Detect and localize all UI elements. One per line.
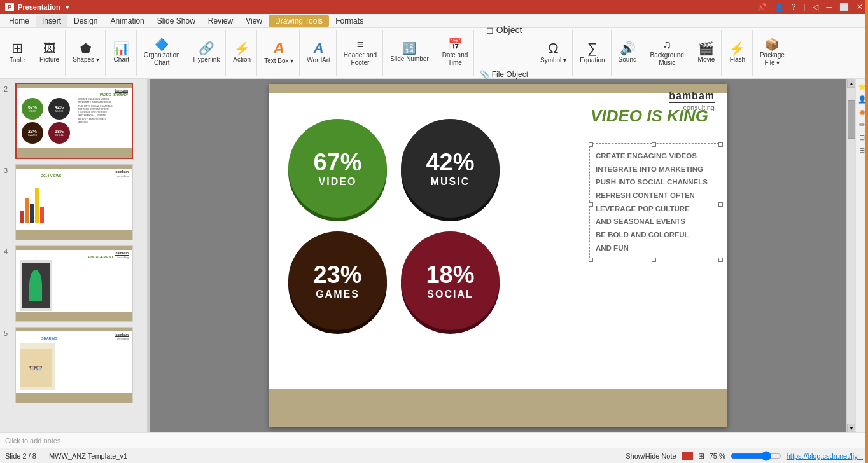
title-bar-left: P Presentation ▼ (5, 3, 71, 11)
header-footer-label: Header andFooter (344, 52, 377, 67)
restore-button[interactable]: ⬜ (839, 3, 849, 11)
shapes-icon: ⬟ (80, 42, 91, 55)
slide-thumbnail-5[interactable]: 5 bambam consulting SHARING 👓 (3, 326, 144, 404)
menu-formats[interactable]: Formats (329, 15, 370, 27)
shapes-button[interactable]: ⬟ Shapes ▾ (69, 31, 103, 74)
show-hide-note[interactable]: Show/Hide Note (626, 452, 676, 460)
flash-label: Flash (730, 56, 745, 64)
scroll-thumb[interactable] (848, 100, 855, 139)
toolbar-group-movie: 🎬 Movie (692, 30, 722, 76)
thumb-content-5: bambam consulting SHARING 👓 (16, 328, 132, 403)
vertical-scrollbar[interactable]: ▲ ▼ (846, 79, 855, 432)
table-label: Table (10, 57, 25, 64)
text-box-button[interactable]: A Text Box ▾ (260, 31, 297, 74)
chart-icon: 📊 (113, 42, 129, 55)
minimize-button[interactable]: ─ (826, 3, 832, 11)
thumb-content-3: bambam consulting 2014 VIEWS (16, 165, 132, 240)
toolbar-group-picture: 🖼 Picture (34, 30, 66, 76)
circle-social-label: SOCIAL (427, 289, 473, 300)
url-link[interactable]: https://blog.csdn.net/ljy... (787, 452, 863, 460)
menu-bar: Home Insert Design Animation Slide Show … (0, 14, 868, 28)
scroll-track[interactable] (847, 88, 855, 424)
menu-insert[interactable]: Insert (36, 15, 67, 27)
sound-button[interactable]: 🔊 Sound (615, 31, 641, 74)
scroll-up-button[interactable]: ▲ (847, 79, 856, 88)
flash-button[interactable]: ⚡ Flash (725, 31, 750, 74)
handle-mr (718, 202, 723, 207)
action-icon: ⚡ (234, 42, 250, 55)
menu-slideshow[interactable]: Slide Show (151, 15, 202, 27)
menu-home[interactable]: Home (3, 15, 36, 27)
workspace: 2 bambam consulting VIDEO IS KING 67% (0, 79, 868, 432)
title-dropdown[interactable]: ▼ (64, 4, 71, 11)
menu-view[interactable]: View (239, 15, 269, 27)
slide-info: Slide 2 / 8 (5, 452, 36, 460)
circle-games: 23% GAMES (288, 232, 387, 330)
status-bar: Slide 2 / 8 MWW_ANZ Template_v1 Show/Hid… (0, 448, 868, 463)
wordart-button[interactable]: A WordArt (303, 31, 334, 74)
symbol-button[interactable]: Ω Symbol ▾ (536, 31, 570, 74)
org-chart-button[interactable]: 🔷 OrganizationChart (140, 31, 184, 74)
close-button[interactable]: ✕ (857, 3, 863, 11)
toolbar-group-chart: 📊 Chart (107, 30, 137, 76)
handle-bc (652, 258, 656, 262)
scroll-down-button[interactable]: ▼ (847, 424, 856, 432)
circle-music-label: MUSIC (431, 176, 470, 188)
hyperlink-button[interactable]: 🔗 Hyperlink (190, 31, 224, 74)
toolbar: ⊞ Table 🖼 Picture ⬟ Shapes ▾ 📊 Chart (0, 28, 868, 79)
thumb-content-4: bambam consulting ENGAGEMENT (16, 246, 132, 321)
menu-drawing-tools[interactable]: Drawing Tools (269, 15, 329, 27)
flash-icon: ⚡ (729, 42, 745, 55)
account-icon[interactable]: 👤 (774, 3, 784, 11)
equation-button[interactable]: ∑ Equation (576, 31, 608, 74)
circle-social-percent: 18% (426, 261, 474, 289)
menu-design[interactable]: Design (67, 15, 104, 27)
view-single-icon[interactable] (682, 452, 693, 460)
header-footer-button[interactable]: ≡ Header andFooter (340, 31, 381, 74)
text-box-label: Text Box ▾ (264, 57, 293, 65)
slide-num-5: 5 (4, 329, 13, 337)
background-music-icon: ♫ (662, 39, 671, 50)
circle-music: 42% MUSIC (401, 119, 500, 218)
handle-tc (652, 142, 656, 147)
help-icon[interactable]: ? (792, 3, 796, 11)
view-grid-icon[interactable]: ⊞ (698, 452, 704, 460)
table-icon: ⊞ (11, 41, 23, 55)
zoom-slider[interactable] (731, 451, 781, 461)
action-button[interactable]: ⚡ Action (229, 31, 255, 74)
table-button[interactable]: ⊞ Table (4, 31, 30, 74)
menu-animation[interactable]: Animation (104, 15, 150, 27)
chart-button[interactable]: 📊 Chart (109, 31, 134, 74)
package-file-button[interactable]: 📦 PackageFile ▾ (756, 31, 788, 74)
file-name: MWW_ANZ Template_v1 (49, 452, 127, 460)
movie-button[interactable]: 🎬 Movie (694, 31, 719, 74)
title-bar: P Presentation ▼ 📌 👤 ? | ◁ ─ ⬜ ✕ (0, 0, 868, 14)
slide-thumbnail-2[interactable]: 2 bambam consulting VIDEO IS KING 67% (3, 81, 144, 160)
circle-music-percent: 42% (426, 149, 474, 176)
handle-br (718, 258, 723, 262)
menu-review[interactable]: Review (202, 15, 239, 27)
slide-footer-strip (269, 389, 727, 427)
slide-thumbnail-3[interactable]: 3 bambam consulting 2014 VIEWS (3, 163, 144, 242)
text-content-box[interactable]: CREATE ENGAGING VIDEOS INTEGRATE INTO MA… (591, 144, 721, 260)
org-chart-label: OrganizationChart (144, 52, 180, 67)
slide-number-button[interactable]: 🔢 Slide Number (386, 31, 433, 74)
background-music-button[interactable]: ♫ BackgroundMusic (647, 31, 688, 74)
date-time-button[interactable]: 📅 Date andTime (438, 31, 472, 74)
equation-label: Equation (580, 57, 605, 64)
picture-button[interactable]: 🖼 Picture (36, 31, 63, 74)
arrow-left-icon[interactable]: ◁ (813, 3, 818, 11)
pin-icon[interactable]: 📌 (757, 3, 767, 11)
circle-video-percent: 67% (313, 149, 361, 176)
sound-label: Sound (619, 56, 637, 64)
logo-letter: P (8, 4, 11, 10)
selection-border (589, 143, 722, 261)
hyperlink-icon: 🔗 (199, 42, 214, 55)
slide-thumbnail-4[interactable]: 4 bambam consulting ENGAGEMENT (3, 244, 144, 323)
background-music-label: BackgroundMusic (650, 52, 684, 67)
slide-num-4: 4 (4, 248, 13, 256)
notes-area[interactable]: Click to add notes (0, 432, 868, 448)
object-button[interactable]: ◻ Object (477, 9, 531, 52)
app-logo: P (5, 3, 14, 11)
sound-icon: 🔊 (620, 42, 636, 55)
